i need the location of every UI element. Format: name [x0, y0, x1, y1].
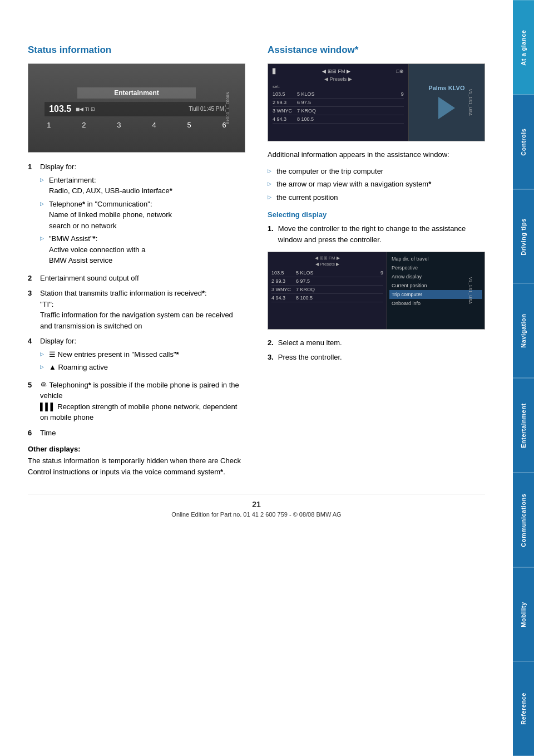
bullet-current-position: ▷ the current position — [268, 192, 485, 203]
menu-row-3: 3 WNYC 7 KROQ — [271, 286, 383, 294]
ent-num-4: 4 — [152, 121, 156, 129]
assist-left-panel: ▊ ◀ ⊞⊞ FM ▶ □⊕ ◀ Presets ▶ set: 103.5 5 … — [268, 64, 409, 141]
step-num-2: 2. — [268, 337, 274, 348]
other-displays-section: Other displays: The status information i… — [28, 445, 245, 477]
bullet-bmw-assist: ▷ "BMW Assist"*:Active voice connection … — [40, 233, 245, 266]
ent-icons: ◼◀ TI ⊡ — [76, 106, 95, 112]
ent-numbers: 1 2 3 4 5 6 — [44, 121, 229, 129]
step-3-text: Press the controller. — [278, 352, 342, 363]
item-num-4: 4 — [28, 336, 36, 375]
page-number: 21 — [28, 500, 485, 509]
assist-arrow-icon — [438, 97, 455, 119]
step-num-3: 3. — [268, 352, 274, 363]
tri-bullet-icon: ▷ — [268, 168, 273, 177]
item-4-bullets: ▷ ☰ New entries present in "Missed calls… — [40, 349, 245, 373]
tri-bullet-icon: ▷ — [40, 176, 46, 197]
menu-screen-watermark: V1_1S1_USA — [468, 277, 472, 304]
item-1-label: Display for: — [40, 163, 76, 171]
assist-row-4: 4 94.3 8 100.5 — [273, 115, 404, 124]
bullet-computer-text: the computer or the trip computer — [276, 166, 383, 177]
step-1: 1. Move the controller to the right to c… — [268, 223, 485, 245]
assist-preset: ◀ Presets ▶ — [273, 76, 404, 82]
list-item-1: 1 Display for: ▷ Entertainment:Radio, CD… — [28, 161, 245, 268]
assist-header: ▊ ◀ ⊞⊞ FM ▶ □⊕ — [273, 68, 404, 74]
menu-item-map-dir[interactable]: Map dir. of travel — [389, 254, 482, 263]
list-item-2: 2 Entertainment sound output off — [28, 273, 245, 284]
page-footer: 21 Online Edition for Part no. 01 41 2 6… — [28, 494, 485, 518]
tri-bullet-icon: ▷ — [268, 194, 273, 203]
sidebar-tab-controls[interactable]: Controls — [513, 95, 534, 189]
item-2-label: Entertainment sound output off — [40, 274, 139, 282]
item-5-content: ᪤ Telephoning* is possible if the mobile… — [40, 380, 245, 423]
list-item-6: 6 Time — [28, 428, 245, 439]
screen-watermark: N0002_7_00048 — [225, 92, 229, 124]
step-num-1: 1. — [268, 223, 274, 245]
bullet-current-position-text: the current position — [276, 192, 338, 203]
assist-row-3: 3 WNYC 7 KROQ — [273, 107, 404, 115]
step-2-text: Select a menu item. — [278, 337, 342, 348]
item-1-bullets: ▷ Entertainment:Radio, CD, AUX, USB-audi… — [40, 175, 245, 266]
right-column: Assistance window* ▊ ◀ ⊞⊞ FM ▶ □⊕ ◀ Pres… — [268, 45, 485, 477]
bullet-telephone-text: Telephone* in "Communication":Name of li… — [49, 199, 172, 232]
bullet-missed-calls-text: ☰ New entries present in "Missed calls"* — [49, 349, 179, 360]
assistance-intro-text: Additional information appears in the as… — [268, 149, 485, 160]
bullet-missed-calls: ▷ ☰ New entries present in "Missed calls… — [40, 349, 245, 360]
bullet-entertainment: ▷ Entertainment:Radio, CD, AUX, USB-audi… — [40, 175, 245, 197]
status-screen-image: Entertainment 103.5 ◼◀ TI ⊡ Tiull 01:45 … — [28, 63, 245, 153]
step-2: 2. Select a menu item. — [268, 337, 485, 348]
tri-bullet-icon: ▷ — [268, 180, 273, 190]
bullet-bmw-assist-text: "BMW Assist"*:Active voice connection wi… — [49, 233, 145, 266]
sidebar-tab-navigation[interactable]: Navigation — [513, 283, 534, 378]
item-4-label: Display for: — [40, 337, 76, 345]
assistance-screen-image: ▊ ◀ ⊞⊞ FM ▶ □⊕ ◀ Presets ▶ set: 103.5 5 … — [268, 63, 485, 141]
list-item-5: 5 ᪤ Telephoning* is possible if the mobi… — [28, 380, 245, 423]
item-3-label: Station that transmits traffic informati… — [40, 289, 233, 330]
assist-screen-watermark: V1_1S1_USA — [468, 89, 472, 116]
ent-num-3: 3 — [117, 121, 121, 129]
other-displays-heading: Other displays: — [28, 445, 245, 453]
assistance-bullets: ▷ the computer or the trip computer ▷ th… — [268, 166, 485, 203]
item-num-3: 3 — [28, 288, 36, 331]
bullet-computer: ▷ the computer or the trip computer — [268, 166, 485, 177]
sidebar: At a glance Controls Driving tips Naviga… — [513, 0, 534, 756]
item-1-content: Display for: ▷ Entertainment:Radio, CD, … — [40, 161, 245, 268]
step-3: 3. Press the controller. — [268, 352, 485, 363]
sidebar-tab-driving-tips[interactable]: Driving tips — [513, 189, 534, 284]
ent-num-1: 1 — [47, 121, 51, 129]
selecting-display-steps-2-3: 2. Select a menu item. 3. Press the cont… — [268, 337, 485, 362]
ent-num-5: 5 — [187, 121, 191, 129]
list-item-3: 3 Station that transmits traffic informa… — [28, 288, 245, 331]
bullet-entertainment-text: Entertainment:Radio, CD, AUX, USB-audio … — [49, 175, 172, 197]
signal-icon: ▊ — [273, 68, 276, 74]
assist-arrow-container — [428, 97, 464, 121]
assistance-screen: ▊ ◀ ⊞⊞ FM ▶ □⊕ ◀ Presets ▶ set: 103.5 5 … — [268, 64, 484, 141]
bullet-telephone: ▷ Telephone* in "Communication":Name of … — [40, 199, 245, 232]
fm-label: ◀ ⊞⊞ FM ▶ — [322, 68, 350, 74]
item-6-content: Time — [40, 428, 245, 439]
bullet-roaming-text: ▲ Roaming active — [49, 362, 108, 373]
item-4-content: Display for: ▷ ☰ New entries present in … — [40, 336, 245, 375]
ent-time: Tiull 01:45 PM — [189, 106, 224, 112]
sidebar-tab-at-a-glance[interactable]: At a glance — [513, 0, 534, 95]
main-content: Status information Entertainment 103.5 ◼… — [0, 0, 513, 756]
menu-screen: ◀ ⊞⊞ FM ▶ ◀ Presets ▶ 103.5 5 KLOS 9 2 9… — [268, 252, 484, 329]
menu-screen-image: ◀ ⊞⊞ FM ▶ ◀ Presets ▶ 103.5 5 KLOS 9 2 9… — [268, 252, 485, 330]
status-info-list: 1 Display for: ▷ Entertainment:Radio, CD… — [28, 161, 245, 438]
status-information-heading: Status information — [28, 45, 245, 56]
sidebar-tab-entertainment[interactable]: Entertainment — [513, 378, 534, 473]
menu-fm-label: ◀ ⊞⊞ FM ▶ — [271, 256, 383, 261]
menu-preset-label: ◀ Presets ▶ — [271, 262, 383, 267]
sidebar-tab-mobility[interactable]: Mobility — [513, 567, 534, 662]
assist-right-panel: Palms KLVO — [409, 64, 484, 141]
menu-item-perspective[interactable]: Perspective — [389, 263, 482, 272]
item-3-content: Station that transmits traffic informati… — [40, 288, 245, 331]
selecting-display-heading: Selecting display — [268, 210, 485, 219]
sidebar-tab-communications[interactable]: Communications — [513, 473, 534, 567]
sidebar-tab-reference[interactable]: Reference — [513, 661, 534, 756]
selecting-display-steps: 1. Move the controller to the right to c… — [268, 223, 485, 245]
assist-row-1: 103.5 5 KLOS 9 — [273, 90, 404, 99]
bullet-arrow-map-text: the arrow or map view with a navigation … — [276, 179, 431, 190]
menu-row-4: 4 94.3 8 100.5 — [271, 294, 383, 302]
menu-row-2: 2 99.3 6 97.5 — [271, 277, 383, 286]
entertainment-screen: Entertainment 103.5 ◼◀ TI ⊡ Tiull 01:45 … — [28, 64, 245, 152]
